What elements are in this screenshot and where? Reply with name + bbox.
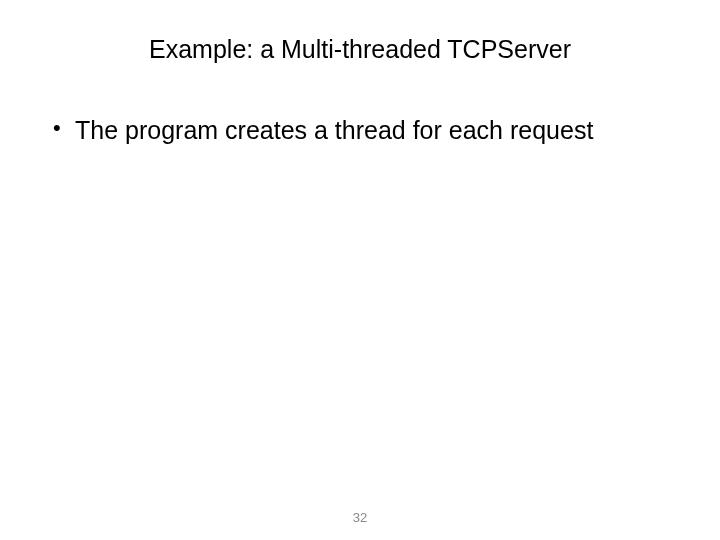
bullet-list: The program creates a thread for each re… bbox=[40, 114, 680, 147]
bullet-item: The program creates a thread for each re… bbox=[50, 114, 680, 147]
page-number: 32 bbox=[353, 510, 367, 525]
slide-container: Example: a Multi-threaded TCPServer The … bbox=[0, 0, 720, 540]
slide-title: Example: a Multi-threaded TCPServer bbox=[40, 35, 680, 64]
